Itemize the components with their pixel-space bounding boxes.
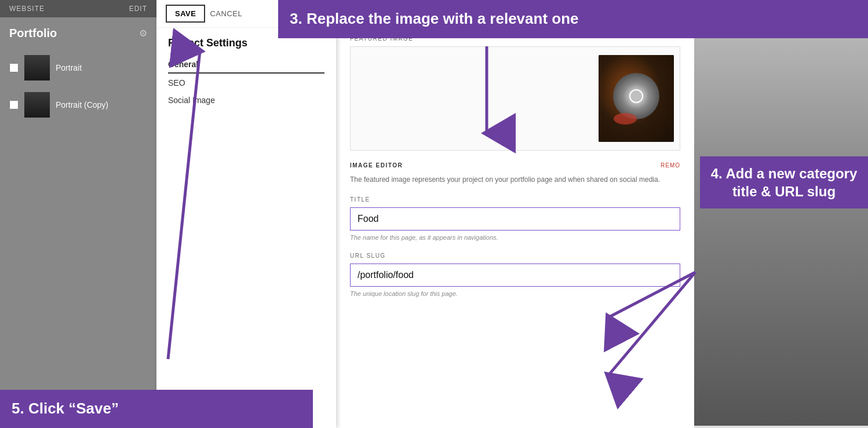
- url-slug-label: URL SLUG: [350, 253, 680, 259]
- image-editor-label: IMAGE EDITOR: [350, 162, 403, 169]
- list-item[interactable]: Portrait (Copy): [0, 86, 156, 123]
- title-label: TITLE: [350, 196, 680, 203]
- title-group: TITLE The name for this page, as it appe…: [350, 196, 680, 241]
- food-image-inner: [599, 55, 674, 142]
- food-image: [599, 55, 674, 142]
- title-input[interactable]: [350, 207, 680, 231]
- featured-image-container[interactable]: [350, 46, 680, 151]
- annotation-step4: 4. Add a new category title & URL slug: [700, 156, 868, 208]
- nav-social-image[interactable]: Social Image: [168, 92, 324, 108]
- sidebar-title-row: Portfolio ⚙: [0, 17, 156, 49]
- portrait-copy-image: [24, 92, 50, 118]
- portrait-image: [24, 55, 50, 81]
- sidebar-title: Portfolio: [9, 27, 57, 40]
- url-slug-helper: The unique location slug for this page.: [350, 290, 680, 297]
- sidebar-website-label: WEBSITE: [9, 5, 45, 13]
- portrait-copy-label: Portrait (Copy): [56, 100, 108, 109]
- featured-image-group: FEATURED IMAGE: [350, 35, 680, 151]
- project-settings-panel: SAVE CANCEL Project Settings General SEO…: [156, 0, 336, 428]
- save-button[interactable]: SAVE: [166, 5, 205, 23]
- url-slug-group: URL SLUG The unique location slug for th…: [350, 253, 680, 297]
- annotation-step3: 3. Replace the image with a relevant one: [278, 0, 868, 38]
- gear-icon[interactable]: ⚙: [139, 28, 147, 39]
- portrait-thumbnail: [24, 55, 50, 81]
- portrait-checkbox[interactable]: [9, 63, 19, 72]
- panel-nav: General SEO Social Image: [156, 56, 336, 108]
- food-bowl-circle: [613, 73, 659, 119]
- image-editor-row: IMAGE EDITOR REMO: [350, 162, 680, 169]
- general-settings-content: General FEATURED IMAGE IMAGE EDITOR REMO…: [336, 0, 694, 428]
- sidebar: WEBSITE EDIT Portfolio ⚙ Portrait Portra…: [0, 0, 156, 428]
- sidebar-header: WEBSITE EDIT: [0, 0, 156, 17]
- main-content: General FEATURED IMAGE IMAGE EDITOR REMO…: [336, 0, 694, 428]
- food-splatter: [614, 113, 637, 125]
- nav-general[interactable]: General: [168, 56, 324, 74]
- remove-link[interactable]: REMO: [661, 162, 680, 169]
- portrait-copy-checkbox[interactable]: [9, 100, 19, 109]
- url-slug-input[interactable]: [350, 264, 680, 287]
- main-container: WEBSITE EDIT Portfolio ⚙ Portrait Portra…: [0, 0, 868, 428]
- sidebar-edit-label[interactable]: EDIT: [129, 5, 147, 13]
- nav-seo[interactable]: SEO: [168, 75, 324, 91]
- portrait-label: Portrait: [56, 63, 82, 72]
- portrait-copy-thumbnail: [24, 92, 50, 118]
- featured-image-helper: The featured image represents your proje…: [350, 174, 680, 185]
- cancel-button[interactable]: CANCEL: [210, 9, 242, 18]
- annotation-step5: 5. Click “Save”: [0, 390, 313, 428]
- right-preview: PORTFOLIO ABOUT CONTACT: [694, 0, 868, 428]
- list-item[interactable]: Portrait: [0, 49, 156, 86]
- preview-background: [694, 19, 868, 426]
- title-helper: The name for this page, as it appears in…: [350, 234, 680, 241]
